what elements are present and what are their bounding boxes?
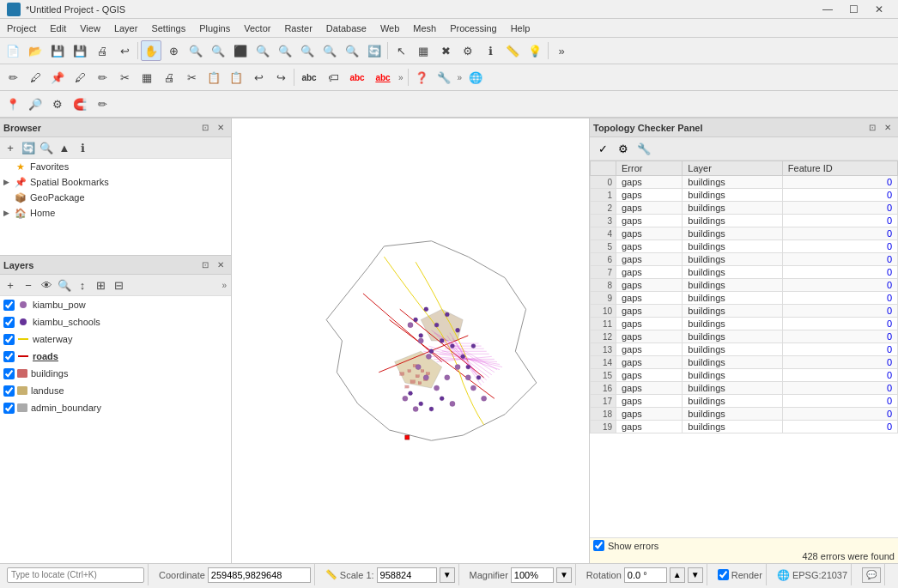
table-row[interactable]: 15 gaps buildings 0 bbox=[591, 369, 898, 382]
menu-item-layer[interactable]: Layer bbox=[107, 19, 145, 38]
browser-geopackage[interactable]: 📦 GeoPackage bbox=[0, 190, 231, 205]
zoom-out-button[interactable]: 🔍 bbox=[208, 40, 228, 61]
zoom-in-button[interactable]: 🔍 bbox=[185, 40, 206, 61]
refresh-button[interactable]: 🔄 bbox=[364, 40, 385, 61]
table-row[interactable]: 8 gaps buildings 0 bbox=[591, 279, 898, 292]
pan-button[interactable]: ✋ bbox=[141, 40, 161, 61]
toolbar2-more[interactable]: » bbox=[396, 73, 406, 82]
browser-filter-btn[interactable]: 🔍 bbox=[39, 140, 54, 155]
layer-item-kiambu_pow[interactable]: kiambu_pow bbox=[0, 296, 231, 313]
measure-button[interactable]: 📏 bbox=[502, 40, 523, 61]
layers-add-btn[interactable]: + bbox=[3, 277, 18, 293]
menu-item-plugins[interactable]: Plugins bbox=[192, 19, 237, 38]
layer-item-admin_boundary[interactable]: admin_boundary bbox=[0, 399, 231, 416]
zoom-select-button[interactable]: 🔍 bbox=[297, 40, 318, 61]
menu-item-raster[interactable]: Raster bbox=[277, 19, 319, 38]
menu-item-web[interactable]: Web bbox=[373, 19, 406, 38]
scale-down-btn[interactable]: ▼ bbox=[440, 567, 455, 583]
save-project-button[interactable]: 💾 bbox=[47, 40, 68, 61]
browser-collapse-btn[interactable]: ▲ bbox=[57, 140, 72, 155]
redo2[interactable]: ↪ bbox=[270, 67, 291, 88]
layer-item-waterway[interactable]: waterway bbox=[0, 330, 231, 348]
snapping2[interactable]: ✏ bbox=[92, 94, 112, 114]
layer-checkbox-kiambu_schools[interactable] bbox=[3, 317, 15, 328]
browser-close-btn[interactable]: ✕ bbox=[214, 121, 228, 135]
undo2[interactable]: ↩ bbox=[248, 67, 269, 88]
menu-item-vector[interactable]: Vector bbox=[237, 19, 277, 38]
print-button[interactable]: 🖨 bbox=[92, 40, 112, 61]
close-button[interactable]: ✕ bbox=[867, 2, 891, 17]
table-row[interactable]: 17 gaps buildings 0 bbox=[591, 395, 898, 408]
show-errors-checkbox[interactable] bbox=[593, 540, 604, 551]
rotation-up-btn[interactable]: ▲ bbox=[670, 567, 685, 583]
digitize11[interactable]: 📋 bbox=[226, 67, 246, 88]
menu-item-view[interactable]: View bbox=[73, 19, 107, 38]
zoom-full-button[interactable]: 🔍 bbox=[252, 40, 273, 61]
menu-item-mesh[interactable]: Mesh bbox=[406, 19, 443, 38]
layer-checkbox-admin_boundary[interactable] bbox=[3, 403, 15, 414]
layers-more[interactable]: » bbox=[219, 281, 229, 290]
open-project-button[interactable]: 📂 bbox=[25, 40, 46, 61]
undo-button[interactable]: ↩ bbox=[114, 40, 135, 61]
table-row[interactable]: 7 gaps buildings 0 bbox=[591, 266, 898, 279]
layer-checkbox-kiambu_pow[interactable] bbox=[3, 300, 15, 311]
layer-item-kiambu_schools[interactable]: kiambu_schools bbox=[0, 313, 231, 330]
table-row[interactable]: 3 gaps buildings 0 bbox=[591, 215, 898, 227]
snapping-btn[interactable]: 🧲 bbox=[70, 94, 90, 114]
extra-btn[interactable]: 🔧 bbox=[434, 67, 454, 88]
browser-favorites[interactable]: ★ Favorites bbox=[0, 159, 231, 174]
pan-map-button[interactable]: ⊕ bbox=[163, 40, 184, 61]
digitize4[interactable]: 🖊 bbox=[70, 67, 90, 88]
layer-item-landuse[interactable]: landuse bbox=[0, 382, 231, 399]
zoom-last-button[interactable]: 🔍 bbox=[319, 40, 340, 61]
topology-float-btn[interactable]: ⊡ bbox=[865, 121, 879, 135]
digitize2[interactable]: 🖊 bbox=[25, 67, 46, 88]
select-button[interactable]: ↖ bbox=[391, 40, 411, 61]
table-row[interactable]: 14 gaps buildings 0 bbox=[591, 356, 898, 369]
layers-expand-btn[interactable]: ⊞ bbox=[93, 277, 108, 293]
save-as-button[interactable]: 💾 bbox=[70, 40, 90, 61]
table-row[interactable]: 1 gaps buildings 0 bbox=[591, 189, 898, 202]
digitize3[interactable]: 📌 bbox=[47, 67, 68, 88]
locator-input[interactable] bbox=[7, 567, 144, 583]
layers-sort-btn[interactable]: ↕ bbox=[75, 277, 90, 293]
more-button[interactable]: » bbox=[551, 40, 572, 61]
digitize9[interactable]: ✂ bbox=[181, 67, 202, 88]
gps3[interactable]: ⚙ bbox=[47, 94, 68, 114]
magnifier-down-btn[interactable]: ▼ bbox=[556, 567, 572, 583]
table-row[interactable]: 10 gaps buildings 0 bbox=[591, 305, 898, 318]
render-checkbox[interactable] bbox=[718, 569, 729, 580]
label4[interactable]: abc bbox=[371, 67, 395, 88]
layer-checkbox-roads[interactable] bbox=[3, 351, 15, 362]
toolbar3-more[interactable]: » bbox=[455, 73, 465, 82]
table-row[interactable]: 6 gaps buildings 0 bbox=[591, 253, 898, 266]
table-row[interactable]: 18 gaps buildings 0 bbox=[591, 408, 898, 421]
coordinate-input[interactable] bbox=[208, 567, 311, 583]
layer-checkbox-waterway[interactable] bbox=[3, 334, 15, 345]
select-rect-button[interactable]: ▦ bbox=[413, 40, 434, 61]
menu-item-settings[interactable]: Settings bbox=[144, 19, 192, 38]
topology-close-btn[interactable]: ✕ bbox=[881, 121, 895, 135]
identify-button[interactable]: ℹ bbox=[480, 40, 501, 61]
rotation-input[interactable] bbox=[624, 567, 667, 583]
label1[interactable]: abc bbox=[297, 67, 321, 88]
layer-item-roads[interactable]: roads bbox=[0, 348, 231, 365]
digitize1[interactable]: ✏ bbox=[3, 67, 23, 88]
browser-refresh-btn[interactable]: 🔄 bbox=[21, 140, 36, 155]
layers-open-btn[interactable]: 👁 bbox=[39, 277, 54, 293]
menu-item-help[interactable]: Help bbox=[504, 19, 537, 38]
layers-collapse-btn[interactable]: ⊟ bbox=[111, 277, 126, 293]
zoom-rubber-button[interactable]: ⬛ bbox=[230, 40, 251, 61]
menu-item-edit[interactable]: Edit bbox=[43, 19, 73, 38]
table-row[interactable]: 11 gaps buildings 0 bbox=[591, 318, 898, 330]
gps1[interactable]: 📍 bbox=[3, 94, 23, 114]
topo-validate-btn[interactable]: ✓ bbox=[593, 139, 612, 158]
layers-close-btn[interactable]: ✕ bbox=[214, 258, 228, 272]
map-area[interactable] bbox=[232, 118, 589, 563]
rotation-down-btn[interactable]: ▼ bbox=[688, 567, 703, 583]
browser-add-btn[interactable]: + bbox=[3, 140, 18, 155]
digitize5[interactable]: ✏ bbox=[92, 67, 112, 88]
digitize6[interactable]: ✂ bbox=[114, 67, 135, 88]
qgis-btn[interactable]: 🌐 bbox=[465, 67, 486, 88]
show-errors-checkbox-label[interactable]: Show errors bbox=[593, 540, 895, 551]
